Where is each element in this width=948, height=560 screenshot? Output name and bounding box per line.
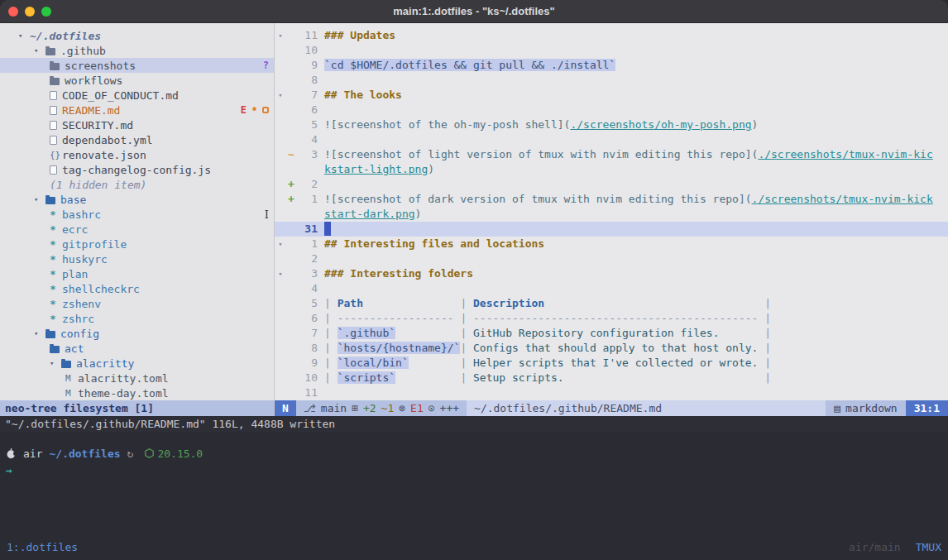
tmux-status-bar: 1:.dotfiles air/main TMUX xyxy=(0,534,948,560)
text-segment xyxy=(395,327,460,339)
editor-line-2[interactable]: +2 xyxy=(275,177,948,192)
tree-item-badges: ? xyxy=(263,60,269,71)
tree-item-github[interactable]: ▾.github xyxy=(0,43,274,58)
sign-column xyxy=(286,385,296,400)
line-number: 5 xyxy=(296,296,318,311)
editor-line-5[interactable]: 5![screenshot of the oh-my-posh shell](.… xyxy=(275,117,948,132)
line-text: start-dark.png) xyxy=(318,207,421,222)
tree-item-workflows[interactable]: workflows xyxy=(0,73,274,88)
sign-column xyxy=(286,132,296,147)
tree-item-base[interactable]: ▾base xyxy=(0,192,274,207)
chevron-down-icon: ▾ xyxy=(18,31,30,40)
fold-column xyxy=(275,281,286,296)
line-text xyxy=(318,251,324,266)
editor-line-8[interactable]: 8 xyxy=(275,73,948,88)
tree-item-label: tag-changelog-config.js xyxy=(62,164,211,176)
gutter: +2 xyxy=(275,177,318,192)
tree-item-label: act xyxy=(65,342,84,355)
editor-buffer[interactable]: ▾11### Updates109`cd $HOME/.dotfiles && … xyxy=(275,23,948,400)
tree-item-theme-day-toml[interactable]: Mtheme-day.toml xyxy=(0,385,274,400)
editor-line-2[interactable]: 2 xyxy=(275,251,948,266)
close-button[interactable] xyxy=(8,7,18,17)
folder-icon xyxy=(50,78,60,85)
tree-item-gitprofile[interactable]: *gitprofile xyxy=(0,237,274,251)
tree-item-screenshots[interactable]: screenshots? xyxy=(0,58,274,73)
tree-item-1-hidden-item[interactable]: (1 hidden item) xyxy=(0,177,274,192)
editor-line-11[interactable]: ▾11### Updates xyxy=(275,28,948,43)
file-tree[interactable]: ▾~/.dotfiles▾.githubscreenshots?workflow… xyxy=(0,23,274,400)
tree-item-act[interactable]: act xyxy=(0,341,274,356)
tree-item-bashrc[interactable]: *bashrcI xyxy=(0,207,274,222)
fold-column xyxy=(275,296,286,311)
tree-item-huskyrc[interactable]: *huskyrc xyxy=(0,251,274,266)
tree-item-shellcheckrc[interactable]: *shellcheckrc xyxy=(0,281,274,296)
line-text: ![screenshot of the oh-my-posh shell](./… xyxy=(318,117,758,132)
tree-item-config[interactable]: ▾config xyxy=(0,326,274,341)
minimize-button[interactable] xyxy=(25,7,35,17)
tree-item-code-of-conduct-md[interactable]: CODE_OF_CONDUCT.md xyxy=(0,88,274,103)
line-text xyxy=(318,177,324,192)
gutter: 7 xyxy=(275,326,318,341)
gutter: 6 xyxy=(275,311,318,326)
line-text: | Path | Description | xyxy=(318,296,771,311)
editor-line-9[interactable]: 9| `local/bin` | Helper scripts that I'v… xyxy=(275,356,948,371)
editor-line-6[interactable]: 6 xyxy=(275,103,948,117)
tree-item-label: .github xyxy=(60,45,106,57)
editor-line-wrap[interactable]: kstart-light.png) xyxy=(275,162,948,177)
editor-line-7[interactable]: ▾7## The looks xyxy=(275,88,948,103)
editor-line-31[interactable]: 31 xyxy=(275,222,948,237)
editor-line-3[interactable]: ▾3### Interesting folders xyxy=(275,266,948,281)
text-segment: | xyxy=(758,297,771,309)
editor-line-10[interactable]: 10| `scripts` | Setup scripts. | xyxy=(275,371,948,385)
tree-item-readme-md[interactable]: README.mdE• xyxy=(0,103,274,117)
prompt-arrow[interactable]: → xyxy=(6,464,12,476)
text-segment: ) xyxy=(428,163,434,175)
tree-item-zshenv[interactable]: *zshenv xyxy=(0,296,274,311)
zoom-button[interactable] xyxy=(41,7,51,17)
editor-line-9[interactable]: 9`cd $HOME/.dotfiles && git pull && ./in… xyxy=(275,58,948,73)
editor-line-5[interactable]: 5| Path | Description | xyxy=(275,296,948,311)
text-segment xyxy=(544,297,758,309)
prompt-host: air xyxy=(23,448,42,460)
tree-item-dependabot-yml[interactable]: dependabot.yml xyxy=(0,132,274,147)
editor-line-8[interactable]: 8| `hosts/{hostname}/`| Configs that sho… xyxy=(275,341,948,356)
editor-line-1[interactable]: +1![screenshot of dark version of tmux w… xyxy=(275,192,948,207)
editor-line-wrap[interactable]: start-dark.png) xyxy=(275,207,948,222)
tree-item-renovate-json[interactable]: {}renovate.json xyxy=(0,147,274,162)
tree-item-plan[interactable]: *plan xyxy=(0,266,274,281)
editor-line-6[interactable]: 6| ------------------ | ----------------… xyxy=(275,311,948,326)
text-segment: | xyxy=(460,297,473,309)
git-branch-icon: ⎇ xyxy=(304,400,316,416)
tree-item-alacritty[interactable]: ▾alacritty xyxy=(0,356,274,371)
tree-item-dotfiles[interactable]: ▾~/.dotfiles xyxy=(0,28,274,43)
tree-item-tag-changelog-config-js[interactable]: tag-changelog-config.js xyxy=(0,162,274,177)
file-icon xyxy=(50,165,57,175)
tree-item-zshrc[interactable]: *zshrc xyxy=(0,311,274,326)
tree-item-security-md[interactable]: SECURITY.md xyxy=(0,117,274,132)
tmux-window-name[interactable]: 1:.dotfiles xyxy=(7,541,78,553)
chevron-down-icon: ▾ xyxy=(34,46,45,55)
line-text xyxy=(318,385,324,400)
text-segment: | xyxy=(460,327,473,339)
git-branch: main xyxy=(321,400,347,416)
tree-item-ecrc[interactable]: *ecrc xyxy=(0,222,274,237)
editor-line-4[interactable]: 4 xyxy=(275,281,948,296)
editor-line-4[interactable]: 4 xyxy=(275,132,948,147)
tree-item-alacritty-toml[interactable]: Malacritty.toml xyxy=(0,371,274,385)
shell-file-icon: * xyxy=(50,283,62,295)
text-segment xyxy=(564,371,759,384)
gutter: 31 xyxy=(275,222,318,237)
editor-line-7[interactable]: 7| `.github` | GitHub Repository configu… xyxy=(275,326,948,341)
git-sign: + xyxy=(286,192,296,207)
editor-line-11[interactable]: 11 xyxy=(275,385,948,400)
fold-column xyxy=(275,385,286,400)
editor-line-10[interactable]: 10 xyxy=(275,43,948,58)
text-segment: start-dark.png xyxy=(324,208,415,220)
editor-line-1[interactable]: ▾1## Interesting files and locations xyxy=(275,237,948,251)
editor-line-3[interactable]: ~3![screenshot of light version of tmux … xyxy=(275,147,948,162)
line-number: 5 xyxy=(296,117,318,132)
line-text xyxy=(318,103,324,117)
text-segment: ### Interesting folders xyxy=(324,267,473,280)
refresh-icon: ↻ xyxy=(127,448,134,460)
gutter: ▾11 xyxy=(275,28,318,43)
